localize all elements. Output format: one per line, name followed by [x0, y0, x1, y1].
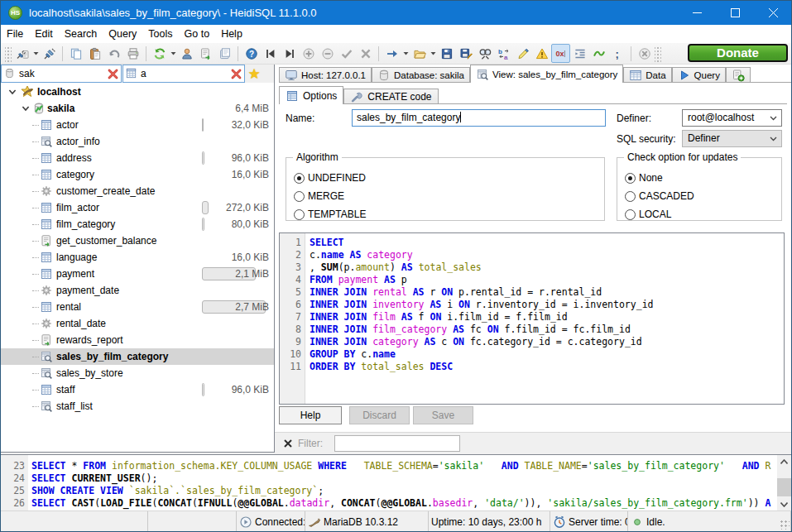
favorites-star-icon[interactable]: ★ — [245, 65, 263, 83]
tree-item-rental[interactable]: rental2,7 MiB — [1, 299, 274, 315]
scroll-up-icon[interactable] — [777, 455, 791, 467]
discard-button[interactable]: Discard — [349, 406, 410, 424]
algorithm-radio-merge[interactable]: MERGE — [294, 189, 344, 203]
warning-icon[interactable] — [532, 44, 551, 63]
menu-search[interactable]: Search — [59, 25, 103, 43]
save-button[interactable]: Save — [413, 406, 473, 424]
menu-tools[interactable]: Tools — [142, 25, 178, 43]
tree-item-category[interactable]: category16,0 KiB — [1, 166, 274, 183]
radio-icon[interactable] — [294, 191, 305, 202]
radio-icon[interactable] — [294, 173, 305, 184]
scroll-down-icon[interactable] — [777, 498, 791, 510]
session-manager-icon[interactable] — [12, 44, 31, 63]
add-record-icon[interactable] — [299, 44, 318, 63]
menu-go-to[interactable]: Go to — [179, 25, 216, 43]
tree-item-sales_by_store[interactable]: sales_by_store — [1, 365, 274, 381]
tree-item-sales_by_film_category[interactable]: sales_by_film_category — [1, 348, 274, 365]
sql-security-combobox[interactable]: Definer — [682, 130, 782, 147]
dropdown-caret-icon[interactable] — [401, 45, 410, 63]
help-icon[interactable]: ? — [242, 44, 261, 63]
undo-icon[interactable] — [104, 44, 123, 63]
menu-file[interactable]: File — [1, 25, 29, 43]
tab-view-sales-by-film-category[interactable]: View: sales_by_film_category — [470, 65, 623, 83]
sql-source-editor[interactable]: 1234567891011 SELECTc.name AS category, … — [279, 232, 785, 405]
definer-combobox[interactable]: root@localhost — [682, 109, 782, 127]
database-filter-input[interactable]: sak — [1, 65, 122, 83]
tree-item-payment[interactable]: payment2,1 MiB — [1, 266, 274, 282]
tab-database-sakila[interactable]: Database: sakila — [372, 67, 470, 83]
tab-options[interactable]: Options — [279, 86, 343, 104]
print-icon[interactable] — [123, 44, 142, 63]
indent-icon[interactable] — [570, 44, 589, 63]
tree-item-localhost[interactable]: localhost — [1, 84, 274, 100]
tab-query[interactable]: Query — [672, 67, 726, 83]
clear-database-filter-icon[interactable] — [107, 68, 119, 80]
tab-new-query[interactable] — [726, 67, 751, 83]
radio-icon[interactable] — [294, 209, 305, 220]
save-icon[interactable] — [437, 44, 456, 63]
dropdown-caret-icon[interactable] — [31, 45, 40, 63]
check-option-radio-none[interactable]: None — [625, 171, 663, 185]
tree-item-payment_date[interactable]: payment_date — [1, 282, 274, 299]
tree-item-staff[interactable]: staff96,0 KiB — [1, 381, 274, 398]
dropdown-caret-icon[interactable] — [169, 45, 177, 63]
view-name-input[interactable]: sales_by_film_category — [352, 109, 606, 127]
delete-record-icon[interactable] — [318, 44, 337, 63]
tree-item-customer_create_date[interactable]: customer_create_date — [1, 183, 274, 199]
post-record-icon[interactable] — [337, 44, 356, 63]
close-filter-icon[interactable] — [283, 439, 293, 448]
maximize-button[interactable] — [716, 0, 754, 25]
semicolon-icon[interactable]: ; — [608, 44, 627, 63]
tree-item-address[interactable]: address96,0 KiB — [1, 150, 274, 166]
filter-input[interactable] — [334, 435, 460, 452]
replace-icon[interactable]: ba — [494, 44, 513, 63]
clear-table-filter-icon[interactable] — [230, 68, 242, 80]
highlight-icon[interactable] — [513, 44, 532, 63]
folder-open-icon[interactable] — [410, 44, 429, 63]
log-scrollbar[interactable] — [777, 455, 791, 510]
tab-host-127-0-0-1[interactable]: Host: 127.0.0.1 — [279, 67, 372, 83]
scrollbar-thumb[interactable] — [777, 478, 791, 496]
cancel-edit-icon[interactable] — [356, 44, 375, 63]
menu-help[interactable]: Help — [215, 25, 248, 43]
goto-icon[interactable] — [382, 44, 401, 63]
find-icon[interactable] — [475, 44, 494, 63]
tree-item-language[interactable]: language16,0 KiB — [1, 249, 274, 266]
tree-item-film_category[interactable]: film_category80,0 KiB — [1, 216, 274, 232]
radio-icon[interactable] — [625, 191, 636, 202]
menu-edit[interactable]: Edit — [29, 25, 59, 43]
radio-icon[interactable] — [625, 173, 636, 184]
tree-item-actor_info[interactable]: actor_info — [1, 133, 274, 150]
last-record-icon[interactable] — [280, 44, 299, 63]
hex-view-icon[interactable]: 0x — [551, 44, 570, 63]
reformat-icon[interactable] — [589, 44, 608, 63]
radio-icon[interactable] — [625, 209, 636, 220]
tree-item-sakila[interactable]: sakila6,4 MiB — [1, 100, 274, 117]
disconnect-icon[interactable] — [40, 44, 59, 63]
table-filter-input[interactable]: a — [122, 65, 245, 83]
copy-icon[interactable] — [66, 44, 85, 63]
tree-expand-icon[interactable] — [21, 103, 31, 113]
tree-expand-icon[interactable] — [7, 87, 17, 97]
minimize-button[interactable] — [678, 0, 716, 25]
stop-icon[interactable] — [635, 44, 654, 63]
check-option-radio-cascaded[interactable]: CASCADED — [625, 189, 694, 203]
save-as-icon[interactable] — [456, 44, 475, 63]
menu-query[interactable]: Query — [103, 25, 142, 43]
export-database-icon[interactable] — [196, 44, 215, 63]
tree-item-rental_date[interactable]: rental_date — [1, 315, 274, 332]
tree-item-staff_list[interactable]: staff_list — [1, 398, 274, 415]
donate-button[interactable]: Donate — [688, 44, 788, 62]
algorithm-radio-undefined[interactable]: UNDEFINED — [294, 171, 366, 185]
algorithm-radio-temptable[interactable]: TEMPTABLE — [294, 208, 366, 221]
refresh-icon[interactable] — [150, 44, 169, 63]
first-record-icon[interactable] — [261, 44, 280, 63]
tree-item-film_actor[interactable]: film_actor272,0 KiB — [1, 199, 274, 216]
help-button[interactable]: Help — [279, 406, 342, 424]
tree-item-actor[interactable]: actor32,0 KiB — [1, 117, 274, 133]
check-option-radio-local[interactable]: LOCAL — [625, 208, 671, 221]
dropdown-caret-icon[interactable] — [429, 45, 437, 63]
user-manager-icon[interactable] — [177, 44, 196, 63]
tree-item-rewards_report[interactable]: rewards_report — [1, 332, 274, 348]
paste-icon[interactable] — [85, 44, 104, 63]
